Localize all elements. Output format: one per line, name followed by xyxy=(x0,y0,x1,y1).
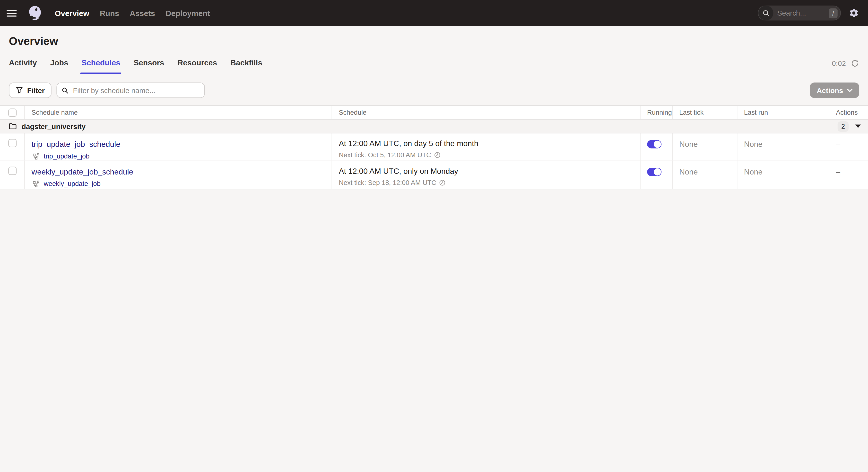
refresh-icon[interactable] xyxy=(851,59,859,68)
running-cell xyxy=(641,161,673,189)
actions-button[interactable]: Actions xyxy=(810,83,859,98)
header-schedule-name: Schedule name xyxy=(25,106,332,119)
last-run-cell: None xyxy=(737,161,829,189)
row-checkbox-cell xyxy=(0,133,25,161)
next-tick-text: Next tick: Oct 5, 12:00 AM UTC xyxy=(339,151,431,159)
schedules-toolbar: Filter Actions xyxy=(9,83,859,98)
schedule-name-cell: trip_update_job_schedule trip_update_job xyxy=(25,133,332,161)
header-running: Running xyxy=(641,106,673,119)
last-tick-cell: None xyxy=(673,161,738,189)
repo-group-count-badge: 2 xyxy=(838,121,849,131)
tab-schedules[interactable]: Schedules xyxy=(82,58,120,74)
tab-activity[interactable]: Activity xyxy=(9,58,37,74)
schedule-name-cell: weekly_update_job_schedule weekly_update… xyxy=(25,161,332,189)
dagster-logo-icon[interactable] xyxy=(27,5,42,21)
refresh-area: 0:02 xyxy=(832,58,859,68)
search-icon xyxy=(61,87,68,94)
schedule-filter-input[interactable] xyxy=(72,86,200,95)
tab-sensors[interactable]: Sensors xyxy=(134,58,164,74)
row-actions-cell: – xyxy=(829,161,868,189)
nav-item-overview[interactable]: Overview xyxy=(55,8,89,17)
running-cell xyxy=(641,133,673,161)
funnel-icon xyxy=(16,86,23,94)
last-run-cell: None xyxy=(737,133,829,161)
global-search[interactable]: / xyxy=(758,6,841,21)
job-link[interactable]: weekly_update_job xyxy=(44,180,101,188)
nav-item-deployment[interactable]: Deployment xyxy=(166,8,210,17)
folder-icon xyxy=(9,123,17,130)
main-nav: Overview Runs Assets Deployment xyxy=(55,8,210,17)
last-tick-value: None xyxy=(679,167,698,176)
table-row: weekly_update_job_schedule weekly_update… xyxy=(0,161,868,189)
schedule-filter-field[interactable] xyxy=(56,83,205,98)
dagster-overview-page: Overview Runs Assets Deployment / Overvi… xyxy=(0,0,868,472)
tab-resources[interactable]: Resources xyxy=(177,58,217,74)
job-link[interactable]: trip_update_job xyxy=(44,152,89,160)
running-toggle[interactable] xyxy=(647,140,661,148)
next-tick-text: Next tick: Sep 18, 12:00 AM UTC xyxy=(339,179,436,187)
collapse-caret-icon[interactable] xyxy=(855,125,861,128)
filter-button-label: Filter xyxy=(27,86,45,94)
row-actions-value: – xyxy=(836,167,840,176)
select-all-checkbox[interactable] xyxy=(8,108,16,117)
header-schedule: Schedule xyxy=(332,106,641,119)
repo-group-row[interactable]: dagster_university 2 xyxy=(0,119,868,133)
job-icon xyxy=(33,180,40,188)
refresh-countdown: 0:02 xyxy=(832,59,846,68)
job-icon xyxy=(33,153,40,160)
last-run-value: None xyxy=(744,139,763,148)
table-row: trip_update_job_schedule trip_update_job… xyxy=(0,133,868,161)
last-tick-cell: None xyxy=(673,133,738,161)
cron-description: At 12:00 AM UTC, only on Monday xyxy=(339,167,633,176)
header-actions: Actions xyxy=(829,106,868,119)
schedule-name-link[interactable]: weekly_update_job_schedule xyxy=(32,167,133,176)
nav-item-assets[interactable]: Assets xyxy=(130,8,155,17)
clock-icon xyxy=(434,152,440,158)
cron-description: At 12:00 AM UTC, on day 5 of the month xyxy=(339,139,633,148)
clock-icon xyxy=(439,179,446,186)
header-last-tick: Last tick xyxy=(673,106,738,119)
schedules-table: Schedule name Schedule Running Last tick… xyxy=(0,105,868,189)
header-checkbox-cell xyxy=(0,106,25,119)
nav-item-runs[interactable]: Runs xyxy=(100,8,119,17)
hamburger-menu-icon[interactable] xyxy=(6,6,20,20)
table-header-row: Schedule name Schedule Running Last tick… xyxy=(0,106,868,119)
schedule-cron-cell: At 12:00 AM UTC, only on Monday Next tic… xyxy=(332,161,641,189)
row-checkbox[interactable] xyxy=(8,139,16,147)
actions-button-label: Actions xyxy=(817,86,843,94)
search-input[interactable] xyxy=(773,9,829,17)
repo-group-name: dagster_university xyxy=(22,122,86,130)
search-icon xyxy=(758,6,773,21)
row-checkbox[interactable] xyxy=(8,167,16,175)
schedule-name-link[interactable]: trip_update_job_schedule xyxy=(32,139,120,148)
header-last-run: Last run xyxy=(737,106,829,119)
row-actions-cell: – xyxy=(829,133,868,161)
tab-backfills[interactable]: Backfills xyxy=(230,58,262,74)
filter-button[interactable]: Filter xyxy=(9,83,51,98)
page-title: Overview xyxy=(9,33,859,49)
chevron-down-icon xyxy=(847,88,852,92)
row-actions-value: – xyxy=(836,139,840,148)
running-toggle[interactable] xyxy=(647,168,661,176)
top-navigation-bar: Overview Runs Assets Deployment / xyxy=(0,0,868,26)
last-tick-value: None xyxy=(679,139,698,148)
tab-jobs[interactable]: Jobs xyxy=(50,58,68,74)
gear-icon[interactable] xyxy=(848,8,859,18)
search-shortcut-badge: / xyxy=(829,8,837,18)
overview-tabs: Activity Jobs Schedules Sensors Resource… xyxy=(0,58,868,74)
row-checkbox-cell xyxy=(0,161,25,189)
schedule-cron-cell: At 12:00 AM UTC, on day 5 of the month N… xyxy=(332,133,641,161)
last-run-value: None xyxy=(744,167,763,176)
